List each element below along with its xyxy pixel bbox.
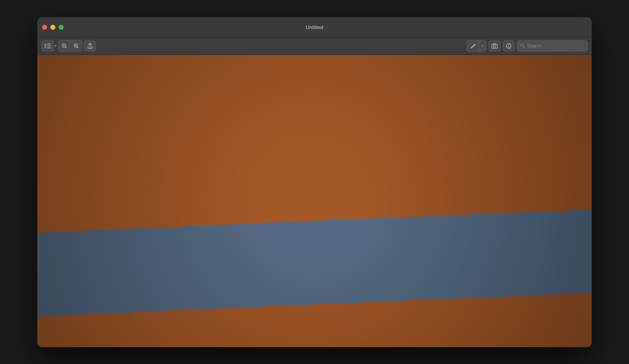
zoom-group	[58, 40, 83, 52]
svg-rect-0	[44, 44, 46, 48]
svg-point-16	[508, 44, 509, 45]
app-window: Untitled ▾	[37, 17, 592, 347]
zoom-in-button[interactable]	[70, 40, 82, 51]
svg-rect-2	[47, 46, 51, 46]
titlebar: Untitled	[37, 17, 592, 38]
minimize-button[interactable]	[50, 25, 55, 30]
window-title: Untitled	[306, 24, 324, 30]
svg-rect-12	[492, 44, 497, 48]
info-button[interactable]	[503, 40, 515, 51]
close-button[interactable]	[42, 25, 47, 30]
share-button[interactable]	[84, 40, 96, 51]
svg-line-10	[77, 47, 79, 48]
svg-rect-1	[47, 44, 51, 44]
svg-line-11	[474, 45, 475, 46]
sidebar-toggle-button[interactable]	[41, 40, 54, 51]
toolbar: ▾	[37, 38, 592, 55]
camera-button[interactable]	[489, 40, 500, 51]
search-icon	[520, 44, 525, 49]
image-area	[37, 55, 592, 347]
search-input[interactable]	[527, 43, 584, 49]
traffic-lights	[42, 25, 64, 30]
maximize-button[interactable]	[59, 25, 64, 30]
pen-chevron-icon[interactable]: ▾	[479, 40, 486, 51]
pen-button[interactable]	[467, 40, 479, 51]
svg-point-13	[493, 45, 496, 48]
svg-line-6	[66, 47, 67, 48]
search-box[interactable]	[517, 40, 588, 51]
fish-image	[37, 55, 592, 347]
toolbar-right: ▾	[467, 40, 588, 52]
sidebar-chevron-icon[interactable]: ▾	[55, 44, 57, 48]
svg-rect-3	[47, 48, 51, 48]
zoom-out-button[interactable]	[59, 40, 70, 51]
pen-tool-group: ▾	[467, 40, 486, 52]
svg-point-17	[521, 44, 524, 47]
toolbar-left: ▾	[41, 40, 465, 52]
svg-line-18	[524, 46, 525, 48]
